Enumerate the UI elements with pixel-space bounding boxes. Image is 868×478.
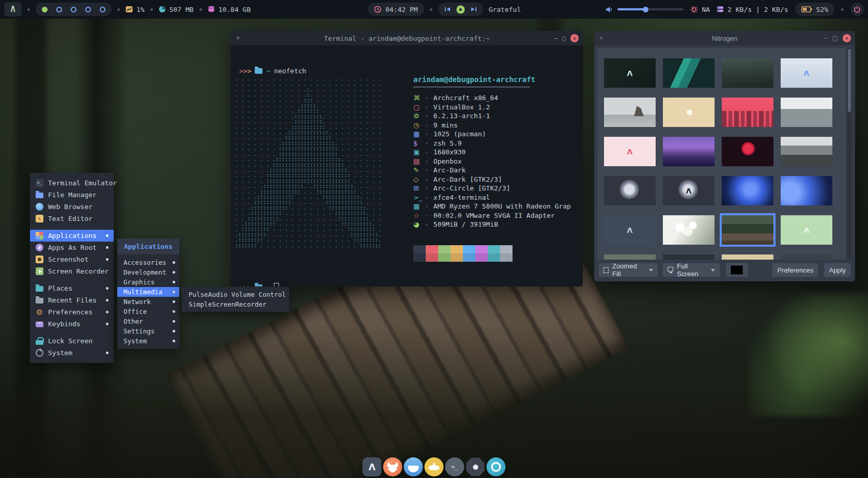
- scrollbar-thumb[interactable]: [848, 49, 851, 112]
- menu-item-places[interactable]: Places: [30, 282, 114, 294]
- submenu-item-settings[interactable]: Settings: [117, 326, 179, 336]
- palette-swatch: [426, 245, 438, 253]
- preferences-button[interactable]: Preferences: [772, 263, 818, 277]
- menu-item-preferences[interactable]: ⚙Preferences: [30, 306, 114, 318]
- network-indicator[interactable]: 2 KB/s | 2 KB/s: [717, 6, 788, 13]
- menu-item-web-browser[interactable]: Web Browser: [30, 201, 114, 213]
- wallpaper-thumbnail-red-city-skyline[interactable]: [722, 98, 773, 127]
- menu-item-lock-screen[interactable]: Lock Screen: [30, 335, 114, 347]
- play-icon[interactable]: [456, 5, 465, 14]
- wallpaper-thumbnail-white-flowers[interactable]: [663, 215, 715, 245]
- submenu-item-system[interactable]: System: [117, 336, 179, 346]
- workspace-dot-3[interactable]: [71, 7, 76, 12]
- disk-value: 10.84 GB: [219, 6, 251, 13]
- battery-widget[interactable]: 52%: [795, 3, 834, 16]
- dock-item-geany-editor[interactable]: [425, 457, 444, 476]
- menu-item-system[interactable]: System: [30, 347, 114, 359]
- clock-widget[interactable]: 04:42 PM: [368, 3, 424, 16]
- menu-item-label: System: [48, 349, 101, 357]
- scrollbar[interactable]: [847, 48, 851, 260]
- workspace-dot-5[interactable]: [100, 7, 105, 12]
- menu-item-apps-as-root[interactable]: #Apps As Root: [30, 242, 114, 253]
- wallpaper-thumbnail-purple-city-night[interactable]: [663, 137, 715, 166]
- minimize-button[interactable]: −: [554, 35, 557, 41]
- mode-dropdown[interactable]: Zoomed Fill: [598, 263, 658, 277]
- workspace-dot-1[interactable]: [42, 7, 48, 12]
- close-button[interactable]: ×: [570, 34, 579, 42]
- workspace-dot-4[interactable]: [85, 7, 91, 12]
- menu-item-applications[interactable]: Applications: [30, 230, 114, 242]
- wallpaper-thumbnail-pink-arch-logo[interactable]: [604, 137, 656, 166]
- menu-item-terminal-emulator[interactable]: >_Terminal Emulator: [30, 177, 114, 189]
- next-track-icon[interactable]: [470, 6, 477, 12]
- wallpaper-thumbnail-light-blue-logo[interactable]: [781, 58, 832, 88]
- panel-right-section: NA 2 KB/s | 2 KB/s 52%: [606, 0, 864, 19]
- new-tab-button[interactable]: +: [236, 35, 240, 41]
- dock-item-file-manager[interactable]: [404, 457, 423, 476]
- redshift-indicator[interactable]: NA: [690, 6, 710, 13]
- workspace-dot-2[interactable]: [56, 7, 62, 12]
- menu-item-label: Preferences: [48, 308, 101, 316]
- wallpaper-thumbnail-bw-mountains[interactable]: [781, 137, 832, 166]
- dock-item-archcraft-apps-launcher[interactable]: Λ: [363, 457, 382, 476]
- wallpaper-thumbnail-teal-stripes[interactable]: [663, 58, 715, 88]
- recent-files-icon: [36, 298, 43, 304]
- power-button[interactable]: [850, 3, 864, 16]
- menu-item-screenshot[interactable]: Screenshot: [30, 253, 114, 265]
- wallpaper-thumbnail-moon-bats[interactable]: [604, 176, 656, 205]
- apply-button[interactable]: Apply: [824, 263, 851, 277]
- color-picker-button[interactable]: [725, 263, 748, 277]
- maximize-button[interactable]: ▢: [832, 35, 838, 41]
- wallpaper-thumbnail-forest-path[interactable]: [722, 215, 773, 245]
- menu-item-recent-files[interactable]: Recent Files: [30, 294, 114, 306]
- dock-item-media-player[interactable]: [487, 457, 506, 476]
- wallpaper-thumbnail-arch-dark-logo[interactable]: [604, 58, 656, 88]
- menu-item-text-editor[interactable]: ✎Text Editor: [30, 213, 114, 225]
- wallpaper-thumbnail-gray-mountain[interactable]: [781, 98, 832, 127]
- new-tab-button[interactable]: +: [599, 35, 603, 41]
- close-button[interactable]: ×: [843, 34, 851, 42]
- minimize-button[interactable]: −: [824, 35, 828, 41]
- dock-item-settings[interactable]: [466, 457, 485, 476]
- wallpaper-thumbnail-beige-moon[interactable]: [663, 98, 715, 127]
- terminal-body[interactable]: >>> ~ neofetch . . . . . . . . . . . . .…: [231, 45, 583, 286]
- submenu-item-other[interactable]: Other: [117, 316, 179, 326]
- maximize-button[interactable]: ▢: [562, 35, 566, 41]
- dock-item-firefox-browser[interactable]: [383, 457, 402, 476]
- wallpaper-thumbnail-partial[interactable]: [722, 254, 773, 260]
- submenu-item-accessories[interactable]: Accessories: [117, 258, 179, 267]
- submenu-item-simplescreenrecorder[interactable]: SimpleScreenRecorder: [182, 299, 289, 309]
- previous-track-icon[interactable]: [444, 6, 451, 12]
- wallpaper-thumbnail-blue-bloom[interactable]: [722, 176, 773, 205]
- menu-item-label: Recent Files: [48, 296, 101, 304]
- wallpaper-thumbnail-partial[interactable]: [781, 254, 832, 260]
- submenu-item-network[interactable]: Network: [117, 297, 179, 307]
- wallpaper-thumbnail-blue-flower[interactable]: [781, 176, 832, 205]
- wallpaper-thumbnail-moon-bats-logo[interactable]: [663, 176, 715, 205]
- app-launcher-button[interactable]: Λ: [4, 2, 22, 17]
- dock-item-terminal[interactable]: >_: [445, 457, 464, 476]
- wallpaper-thumbnail-partial[interactable]: [604, 254, 656, 260]
- wallpaper-thumbnail-slate-arch-logo[interactable]: [604, 215, 656, 245]
- menu-item-keybinds[interactable]: Keybinds: [30, 318, 114, 330]
- wallpaper-thumbnail-dark-mountains[interactable]: [722, 58, 773, 88]
- submenu-item-office[interactable]: Office: [117, 307, 179, 316]
- volume-slider[interactable]: [617, 8, 684, 10]
- terminal-titlebar[interactable]: + Terminal - arindam@debugpoint-archcraf…: [231, 31, 583, 45]
- panel-separator: [117, 8, 120, 11]
- submenu-item-multimedia[interactable]: Multimedia: [117, 287, 179, 297]
- wallpaper-thumbnail-dark-red-arch-circle[interactable]: [722, 137, 773, 166]
- submenu-item-pulseaudio-volume-control[interactable]: PulseAudio Volume Control: [182, 290, 289, 299]
- wallpaper-thumbnail-green-arch-logo[interactable]: [781, 215, 832, 245]
- neofetch-line-packages: ▦·1025 (pacman): [413, 130, 579, 139]
- nitrogen-titlebar[interactable]: + Nitrogen − ▢ ×: [594, 31, 855, 45]
- submenu-item-graphics[interactable]: Graphics: [117, 277, 179, 287]
- display-dropdown[interactable]: Full Screen: [662, 263, 720, 277]
- volume-knob[interactable]: [643, 7, 648, 12]
- wallpaper-thumbnail-foggy-sea-rock[interactable]: [604, 98, 656, 127]
- file-manager-icon: [36, 193, 43, 198]
- menu-item-file-manager[interactable]: File Manager: [30, 189, 114, 201]
- submenu-item-development[interactable]: Development: [117, 267, 179, 277]
- menu-item-screen-recorder[interactable]: Screen Recorder: [30, 265, 114, 277]
- wallpaper-thumbnail-partial[interactable]: [663, 254, 715, 260]
